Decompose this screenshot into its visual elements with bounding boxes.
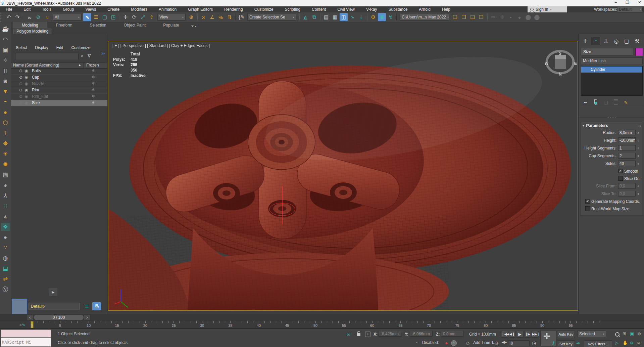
pin-stack-icon[interactable]: ✒ <box>582 100 589 105</box>
play-button[interactable]: ▶ <box>516 331 524 338</box>
undo-icon[interactable]: ↶ <box>5 13 13 21</box>
set-key-button[interactable]: Set Key <box>557 340 575 347</box>
height-field[interactable]: -10,0mm <box>618 137 636 143</box>
menu-vray[interactable]: V-Ray <box>360 6 383 12</box>
palette-icon[interactable]: ◍ <box>1 254 10 262</box>
mesh-light-icon[interactable]: ❋ <box>1 139 10 148</box>
frozen-snowflake-icon[interactable]: ✻ <box>92 75 95 79</box>
explorer-row-rim-flat[interactable]: ⊙ ◉ Rim_Flat ✻ <box>11 93 107 100</box>
visibility-eye-icon[interactable]: ⊙ <box>19 81 22 86</box>
percent-snap-toggle-icon[interactable]: % <box>217 13 225 21</box>
named-selection-sets-select[interactable]: Create Selection Se▾ <box>247 14 296 20</box>
explorer-menu-customize[interactable]: Customize <box>71 45 90 50</box>
state-sets-icon[interactable]: ❏ <box>451 13 459 21</box>
viewport-layout-tab[interactable] <box>12 299 27 315</box>
motion-tab[interactable]: ◎ <box>611 37 621 45</box>
selection-filter-select[interactable]: All▾ <box>53 14 82 20</box>
workspaces-select[interactable]: Default▾ <box>617 7 642 12</box>
menu-group[interactable]: Group <box>57 6 80 12</box>
clear-search-icon[interactable]: ✕ <box>80 53 84 58</box>
object-color-swatch[interactable] <box>635 48 643 56</box>
material-dots-icon[interactable]: ∵ <box>1 244 10 252</box>
previous-frame-button[interactable]: < <box>27 315 33 320</box>
menu-graph-editors[interactable]: Graph Editors <box>182 6 218 12</box>
go-to-start-button[interactable]: ❘◀◀ <box>501 331 508 338</box>
open-project-folder-icon[interactable]: ❐ <box>460 13 468 21</box>
menu-content[interactable]: Content <box>306 6 332 12</box>
align-icon[interactable]: ⧉ <box>310 13 318 21</box>
mirror-icon[interactable]: ◭ <box>301 13 309 21</box>
slice-to-field[interactable]: 0,0 <box>618 191 636 197</box>
visibility-eye-icon[interactable]: ⊙ <box>19 100 22 105</box>
bind-to-space-warp-icon[interactable]: ≈ <box>43 13 51 21</box>
menu-customize[interactable]: Customize <box>249 6 279 12</box>
utilities-tab[interactable]: ⚒ <box>632 37 642 45</box>
menu-substance[interactable]: Substance <box>383 6 413 12</box>
remove-modifier-icon[interactable] <box>612 99 619 106</box>
redo-icon[interactable]: ↷ <box>13 13 21 21</box>
key-set-select[interactable]: Selected▾ <box>577 331 606 337</box>
menu-scripting[interactable]: Scripting <box>279 6 306 12</box>
track-bar[interactable]: ≡∿ 0510152025303540455055606570758085909… <box>0 321 644 329</box>
geodesic-sphere-light-icon[interactable]: ⬡ <box>1 119 10 127</box>
scissors-icon[interactable]: ✂ <box>489 13 497 21</box>
ribbon-tab-populate[interactable]: Populate <box>154 22 188 28</box>
menu-arnold[interactable]: Arnold <box>413 6 436 12</box>
rectangular-selection-region-icon[interactable]: ▢ <box>101 13 109 21</box>
visibility-eye-icon[interactable]: ⊙ <box>19 88 22 92</box>
frozen-snowflake-icon[interactable]: ✻ <box>92 81 95 86</box>
time-configuration-icon[interactable]: ◷ <box>532 340 536 346</box>
sides-field[interactable]: 40 <box>618 161 636 166</box>
filter-icon[interactable]: ∇ <box>88 53 91 58</box>
physical-camera-icon[interactable]: ⅄ <box>1 191 10 200</box>
object-name-field[interactable]: Size <box>581 48 633 55</box>
zoom-icon[interactable] <box>615 332 620 337</box>
explorer-preset-select[interactable]: Default▾ <box>29 303 80 310</box>
toggle-scene-explorer-icon[interactable]: ▤ <box>322 13 330 21</box>
ribbon-tab-freeform[interactable]: Freeform <box>47 22 81 28</box>
project-folder-select[interactable]: C:\Users\m...s Max 2022▾ <box>400 14 449 20</box>
ribbon-tab-modeling[interactable]: Modeling <box>13 22 47 28</box>
add-time-tag[interactable]: Add Time Tag <box>473 340 498 345</box>
slice-from-field[interactable]: 0,0 <box>618 183 636 189</box>
go-to-end-button[interactable]: ▶▶❘ <box>532 331 539 338</box>
make-unique-icon[interactable]: ❏ <box>602 100 609 105</box>
explorer-search-input[interactable] <box>16 53 79 60</box>
orbit-icon[interactable]: ⊛ <box>630 340 634 345</box>
y-coordinate-field[interactable]: -6,066mm <box>410 331 433 337</box>
teapot-icon[interactable]: ☕ <box>1 25 10 33</box>
render-setup-icon[interactable]: ⚙ <box>369 13 377 21</box>
visibility-eye-icon[interactable]: ⊙ <box>19 69 22 73</box>
menu-help[interactable]: Help <box>436 6 456 12</box>
radius-field[interactable]: 8,0mm <box>618 130 636 135</box>
zoom-all-icon[interactable]: ⊞ <box>623 331 626 336</box>
menu-edit[interactable]: Edit <box>18 6 36 12</box>
visibility-eye-icon[interactable]: ⊙ <box>19 94 22 99</box>
absolute-mode-icon[interactable]: ✛ <box>365 332 370 337</box>
reference-coordinate-system-select[interactable]: View▾ <box>157 14 186 20</box>
unlink-selection-icon[interactable]: ⊘ <box>34 13 42 21</box>
select-and-scale-icon[interactable]: ⤢ <box>139 13 147 21</box>
cap-segments-field[interactable]: 2 <box>618 153 636 159</box>
current-frame-field[interactable]: 0 <box>509 340 530 346</box>
spinner-arrows[interactable]: ▲▼ <box>636 191 640 197</box>
toggle-layer-explorer-icon[interactable]: ▦ <box>331 13 339 21</box>
select-and-link-icon[interactable]: ∞ <box>26 13 34 21</box>
spinner-arrows[interactable]: ▲▼ <box>636 130 640 135</box>
four-dots-panel-icon[interactable]: ∷ <box>1 202 10 210</box>
menu-views[interactable]: Views <box>80 6 102 12</box>
schematic-toggle-icon[interactable]: 品 <box>92 302 101 310</box>
modifier-list-select[interactable]: Modifier List▾ <box>581 57 643 64</box>
fire-volume-icon[interactable]: ❖ <box>1 223 10 231</box>
sphere-plane-icon[interactable]: ⬓ <box>1 264 10 273</box>
spinner-arrows[interactable]: ▲▼ <box>636 153 640 159</box>
modify-tab[interactable]: ◔ <box>591 37 600 45</box>
light-lister-icon[interactable]: ✧ <box>1 56 10 64</box>
explorer-row-nozzle[interactable]: ⊙ ◉ Nozzle ✻ <box>11 81 107 87</box>
explorer-menu-display[interactable]: Display <box>35 45 48 50</box>
visibility-eye-icon[interactable]: ⊙ <box>19 75 22 80</box>
selection-lock-icon[interactable] <box>357 333 360 336</box>
select-by-name-icon[interactable]: ☰ <box>92 13 100 21</box>
real-world-checkbox[interactable] <box>585 206 590 211</box>
schematic-view-icon[interactable]: ⤓ <box>357 13 365 21</box>
